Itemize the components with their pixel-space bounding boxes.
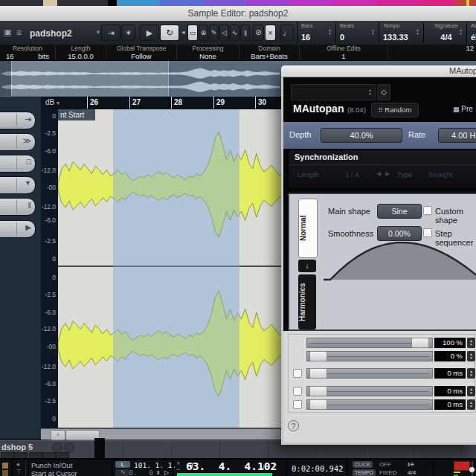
rate-value-box[interactable]: 4.00 Hz bbox=[438, 128, 476, 143]
track-monitor-button[interactable] bbox=[64, 443, 74, 453]
scroll-left-button[interactable]: ‹ bbox=[51, 430, 65, 440]
clip-selector[interactable]: padshop2 ▾ bbox=[30, 26, 100, 39]
slider-handle[interactable] bbox=[411, 338, 429, 348]
sync-prev-icon[interactable]: ◀ bbox=[376, 170, 381, 177]
collapse-arrow-icon[interactable]: ◂ bbox=[181, 28, 185, 36]
stepper-icon[interactable]: ▲▼ bbox=[467, 386, 475, 396]
help-button[interactable]: ? bbox=[288, 420, 299, 431]
stepper-icon[interactable]: ▲▼ bbox=[467, 368, 475, 379]
left-locator-value[interactable]: 101. 1. 1. 0 bbox=[134, 461, 170, 469]
locator-l-badge[interactable]: L bbox=[115, 461, 130, 468]
bars-button[interactable]: ‖ bbox=[0, 198, 36, 216]
record-start-mode-label[interactable]: Start at Cursor bbox=[31, 469, 77, 476]
stepper-icon[interactable]: ▲▼ bbox=[371, 28, 375, 36]
custom-shape-checkbox[interactable] bbox=[423, 206, 432, 215]
field-tempo[interactable]: Tempo 133.33 ▲▼ bbox=[379, 22, 422, 43]
trim-button[interactable]: ⇥ bbox=[0, 112, 36, 129]
slider-value[interactable]: 0 % bbox=[434, 351, 466, 361]
crossfade-button[interactable]: × bbox=[265, 25, 276, 41]
slider-value[interactable]: 0 ms bbox=[434, 399, 466, 410]
main-shape-value[interactable]: Sine bbox=[377, 204, 422, 219]
slider-value[interactable]: 0 ms bbox=[434, 386, 466, 396]
jog-strip[interactable] bbox=[2, 463, 8, 469]
quarter-note-icon[interactable]: ♩ bbox=[262, 462, 269, 470]
position-format-icon[interactable]: ↕ bbox=[272, 462, 276, 469]
pause-icon[interactable]: ‖ bbox=[157, 469, 159, 476]
sync-next-icon[interactable]: ▶ bbox=[385, 170, 390, 177]
punch-mode-label[interactable]: Punch In/Out bbox=[31, 461, 72, 469]
field-algorithm[interactable]: Al él bbox=[466, 22, 476, 43]
project-playhead[interactable] bbox=[94, 438, 105, 459]
tool-range-select[interactable]: ▭ bbox=[187, 25, 198, 41]
play-small-icon[interactable]: ▷ bbox=[164, 469, 169, 476]
sync-type-value[interactable]: Straight bbox=[428, 170, 453, 178]
release-slider[interactable] bbox=[306, 386, 433, 396]
output-gain-slider[interactable] bbox=[306, 351, 433, 361]
window-titlebar[interactable]: Sample Editor: padshop2 bbox=[0, 6, 476, 22]
slider-handle[interactable] bbox=[309, 351, 327, 361]
audition-play-button[interactable]: ▶ bbox=[140, 25, 159, 41]
clip-indicator[interactable] bbox=[454, 461, 470, 471]
stepper-icon[interactable]: ▲▼ bbox=[467, 351, 475, 361]
tool-zoom[interactable]: ⊕ bbox=[199, 25, 208, 41]
click-value[interactable]: OFF bbox=[379, 461, 391, 468]
stepper-icon[interactable]: ▲▼ bbox=[459, 28, 463, 36]
slider-enable-checkbox[interactable] bbox=[293, 387, 302, 396]
plugin-window[interactable]: MAutopan ▲▼ ◇ MAutopan (8.04) ⠿ Random ▦… bbox=[281, 65, 476, 445]
stepper-icon[interactable]: ▲▼ bbox=[467, 338, 475, 348]
tempo-badge[interactable]: TEMPO bbox=[353, 469, 376, 476]
attack-slider[interactable] bbox=[306, 368, 433, 379]
nudge-minus-icon[interactable]: − bbox=[176, 466, 180, 473]
step-sequencer-checkbox[interactable] bbox=[423, 228, 432, 237]
info-extra[interactable]: 12 bbox=[388, 45, 476, 60]
stepper-icon[interactable]: ▲▼ bbox=[328, 28, 332, 36]
click-badge[interactable]: CLICK bbox=[353, 461, 373, 468]
slider-enable-checkbox[interactable] bbox=[293, 400, 302, 409]
tab-harmonics[interactable]: Harmonics bbox=[298, 274, 316, 329]
stepper-icon[interactable]: ▲▼ bbox=[467, 399, 475, 410]
loop-playback-button[interactable]: ▶ bbox=[0, 220, 36, 238]
waveform-display[interactable]: nt Start bbox=[58, 109, 283, 428]
info-global-transpose[interactable]: Global Transpose Follow bbox=[106, 45, 177, 60]
tool-audition[interactable]: ◁ bbox=[219, 25, 229, 41]
window-layout-icon[interactable]: ▣ bbox=[4, 28, 11, 37]
track-name[interactable]: dshop 5 bbox=[1, 443, 33, 451]
preset-stepper-icon[interactable]: ▲▼ bbox=[368, 89, 372, 96]
presets-button[interactable]: ▦ Pre bbox=[453, 103, 476, 116]
jog-strip[interactable] bbox=[2, 470, 8, 476]
tool-spectrum[interactable]: ||| bbox=[240, 25, 250, 41]
depth-value-box[interactable]: 40.0% bbox=[321, 128, 402, 143]
info-resolution[interactable]: Resolution 16bits bbox=[0, 45, 56, 60]
track-mute-button[interactable] bbox=[52, 443, 62, 453]
marker-mode-icon[interactable]: ⊤ bbox=[16, 469, 22, 475]
smoothness-value[interactable]: 0.00% bbox=[377, 226, 422, 241]
slider-value[interactable]: 0 ms bbox=[434, 368, 466, 379]
tool-scrub[interactable]: ∿ bbox=[230, 25, 239, 41]
time-display[interactable]: 0:02:00.942 bbox=[292, 464, 344, 473]
field-beats[interactable]: Beats 0 ▲▼ bbox=[335, 22, 377, 43]
quantize-note-button[interactable]: ♩ bbox=[280, 25, 294, 41]
wedge-button[interactable]: ◻ bbox=[0, 155, 36, 173]
field-signature[interactable]: Signature 4/4 ▲▼ bbox=[423, 22, 465, 43]
overview-view-range[interactable] bbox=[11, 61, 169, 96]
tab-normal[interactable]: Normal bbox=[298, 199, 318, 258]
level-slider-knob[interactable] bbox=[469, 467, 475, 472]
audition-loop-button[interactable]: ↻ bbox=[160, 25, 179, 41]
layers-icon[interactable]: ≡ bbox=[16, 28, 22, 38]
horizontal-scrollbar[interactable]: ‹ bbox=[41, 428, 283, 440]
tool-draw[interactable]: ✎ bbox=[209, 25, 219, 41]
slider-handle[interactable] bbox=[309, 399, 327, 410]
hold-slider[interactable] bbox=[306, 399, 433, 410]
preset-field[interactable]: ▲▼ bbox=[291, 84, 376, 100]
slider-value[interactable]: 100 % bbox=[434, 338, 466, 348]
plugin-titlebar[interactable]: MAutopan bbox=[281, 65, 476, 77]
filter-button[interactable]: ▼ bbox=[0, 176, 36, 194]
selection-overlay[interactable] bbox=[113, 109, 239, 428]
shape-graph[interactable] bbox=[321, 242, 476, 328]
tempo-value[interactable]: FIXED bbox=[379, 469, 397, 476]
autoscroll-button[interactable]: ≫ bbox=[0, 133, 36, 151]
preset-compare-button[interactable]: ◇ bbox=[377, 84, 390, 100]
random-button[interactable]: ⠿ Random bbox=[371, 103, 419, 118]
collapse-shape-button[interactable]: ↓ bbox=[298, 260, 316, 272]
field-bars[interactable]: Bars 16 ▲▼ bbox=[297, 22, 334, 43]
